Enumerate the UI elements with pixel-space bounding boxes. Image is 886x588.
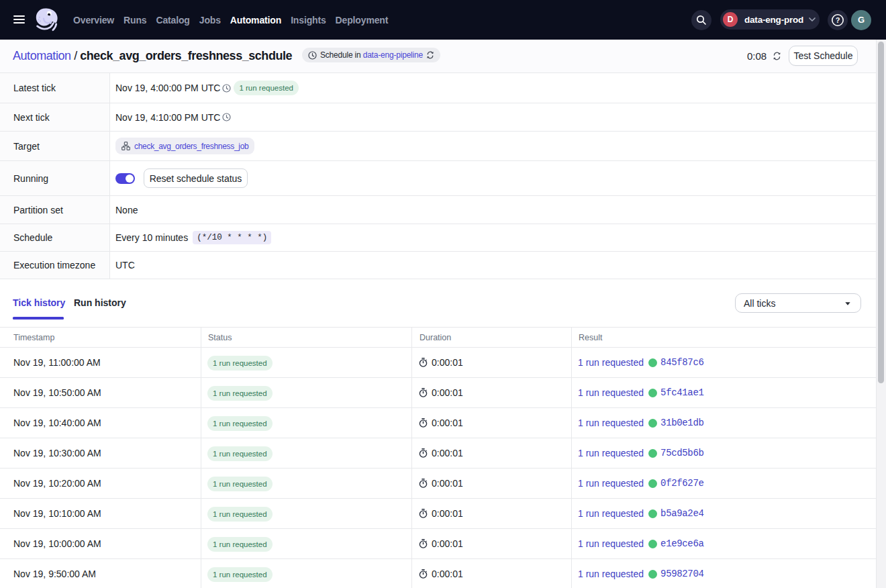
svg-text:?: ? [836, 16, 840, 24]
